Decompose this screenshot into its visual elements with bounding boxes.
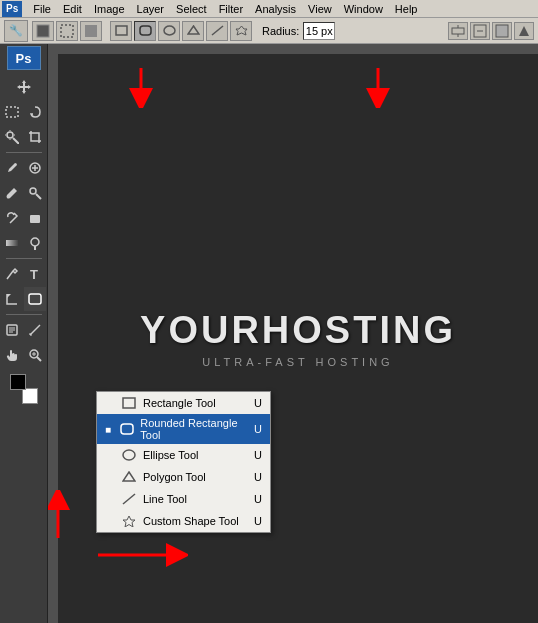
menu-filter[interactable]: Filter — [214, 0, 248, 18]
canvas-area: YOURHOSTING ULTRA-FAST HOSTING Rectangle… — [48, 44, 538, 623]
dropdown-icon-custom-shape — [121, 513, 137, 529]
dropdown-check-ellipse — [105, 450, 115, 461]
tool-hand[interactable] — [1, 343, 23, 367]
shape-type-group — [110, 21, 252, 41]
svg-text:T: T — [30, 267, 38, 281]
ellipse-shape-btn[interactable] — [158, 21, 180, 41]
tool-zoom[interactable] — [24, 343, 46, 367]
tool-eraser[interactable] — [24, 206, 46, 230]
svg-point-26 — [30, 188, 36, 194]
radius-input[interactable] — [303, 22, 335, 40]
tool-group-wand-crop — [1, 125, 46, 149]
dropdown-label-polygon: Polygon Tool — [143, 471, 206, 483]
menu-edit[interactable]: Edit — [58, 0, 87, 18]
tool-group-fill — [1, 231, 46, 255]
tool-group-paint — [1, 181, 46, 205]
align-opt1[interactable] — [448, 22, 468, 40]
shape-mode-pixels[interactable] — [80, 21, 102, 41]
dropdown-check-rectangle — [105, 398, 115, 409]
menu-view[interactable]: View — [303, 0, 337, 18]
tool-clone-stamp[interactable] — [24, 181, 46, 205]
foreground-color-swatch[interactable] — [10, 374, 26, 390]
tool-group-history — [1, 206, 46, 230]
tool-group-path-shape — [1, 287, 46, 311]
dropdown-item-rectangle[interactable]: Rectangle Tool U — [97, 392, 270, 414]
shape-tool-dropdown: Rectangle Tool U ■ Rounded Rectangle Too… — [96, 391, 271, 533]
custom-shape-btn[interactable] — [230, 21, 252, 41]
svg-rect-46 — [123, 398, 135, 408]
tool-gradient[interactable] — [1, 231, 23, 255]
svg-rect-0 — [37, 25, 49, 37]
menu-window[interactable]: Window — [339, 0, 388, 18]
rect-shape-btn[interactable] — [110, 21, 132, 41]
align-opt3[interactable] — [492, 22, 512, 40]
menu-analysis[interactable]: Analysis — [250, 0, 301, 18]
tool-pen[interactable] — [1, 262, 23, 286]
dropdown-item-ellipse[interactable]: Ellipse Tool U — [97, 444, 270, 466]
dropdown-label-custom-shape: Custom Shape Tool — [143, 515, 239, 527]
dropdown-label-rounded-rect: Rounded Rectangle Tool — [140, 417, 248, 441]
tool-separator-2 — [6, 258, 42, 259]
tool-group-notes — [1, 318, 46, 342]
svg-line-50 — [123, 494, 135, 504]
rounded-rect-shape-btn[interactable] — [134, 21, 156, 41]
align-opt4[interactable] — [514, 22, 534, 40]
svg-marker-14 — [519, 26, 529, 36]
tool-brush[interactable] — [1, 181, 23, 205]
menu-help[interactable]: Help — [390, 0, 423, 18]
ps-app-icon: Ps — [2, 1, 22, 17]
dropdown-icon-rectangle — [121, 395, 137, 411]
svg-point-29 — [31, 238, 39, 246]
dropdown-item-polygon[interactable]: Polygon Tool U — [97, 466, 270, 488]
canvas: YOURHOSTING ULTRA-FAST HOSTING — [58, 54, 538, 623]
dropdown-item-custom-shape[interactable]: Custom Shape Tool U — [97, 510, 270, 532]
dropdown-icon-polygon — [121, 469, 137, 485]
dropdown-item-line[interactable]: Line Tool U — [97, 488, 270, 510]
background-color-swatch[interactable] — [22, 388, 38, 404]
svg-point-5 — [164, 26, 175, 35]
tool-shape[interactable] — [24, 287, 46, 311]
options-right-group — [448, 22, 534, 40]
line-shape-btn[interactable] — [206, 21, 228, 41]
svg-rect-27 — [30, 215, 40, 223]
dropdown-shortcut-line: U — [254, 493, 262, 505]
polygon-shape-btn[interactable] — [182, 21, 204, 41]
dropdown-check-line — [105, 494, 115, 505]
tool-magic-wand[interactable] — [1, 125, 23, 149]
align-opt2[interactable] — [470, 22, 490, 40]
tool-eyedropper[interactable] — [1, 156, 23, 180]
tool-crop[interactable] — [24, 125, 46, 149]
tool-history-brush[interactable] — [1, 206, 23, 230]
svg-rect-13 — [496, 25, 508, 37]
menu-layer[interactable]: Layer — [132, 0, 170, 18]
svg-marker-6 — [188, 26, 199, 34]
svg-line-7 — [212, 26, 223, 35]
tool-dodge[interactable] — [24, 231, 46, 255]
tool-lasso[interactable] — [24, 100, 46, 124]
radius-label: Radius: — [262, 25, 299, 37]
dropdown-icon-line — [121, 491, 137, 507]
shape-mode-path[interactable] — [56, 21, 78, 41]
tool-measure[interactable] — [24, 318, 46, 342]
color-swatch-group — [6, 374, 42, 404]
dropdown-label-line: Line Tool — [143, 493, 187, 505]
tool-marquee[interactable] — [1, 100, 23, 124]
tool-path-selection[interactable] — [1, 287, 23, 311]
tool-preset-picker[interactable]: 🔧 — [4, 20, 28, 42]
menu-select[interactable]: Select — [171, 0, 212, 18]
shape-mode-group — [32, 21, 102, 41]
tool-notes[interactable] — [1, 318, 23, 342]
menu-file[interactable]: File — [28, 0, 56, 18]
dropdown-item-rounded-rect[interactable]: ■ Rounded Rectangle Tool U — [97, 414, 270, 444]
svg-rect-4 — [140, 26, 151, 35]
svg-rect-47 — [121, 424, 133, 434]
tool-healing[interactable] — [24, 156, 46, 180]
toolbox: Ps — [0, 44, 48, 623]
menu-image[interactable]: Image — [89, 0, 130, 18]
svg-rect-3 — [116, 26, 127, 35]
tool-type[interactable]: T — [24, 262, 46, 286]
tool-separator-1 — [6, 152, 42, 153]
shape-mode-vector[interactable] — [32, 21, 54, 41]
tool-group-hand-zoom — [1, 343, 46, 367]
tool-move[interactable] — [11, 75, 37, 99]
